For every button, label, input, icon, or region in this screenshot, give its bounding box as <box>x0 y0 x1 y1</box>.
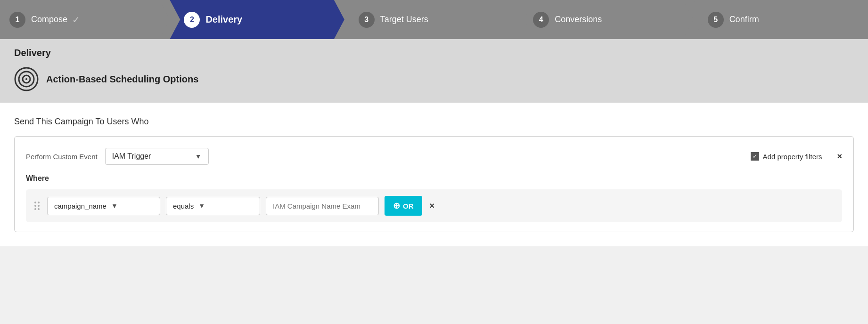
add-property-checkbox[interactable] <box>751 152 759 161</box>
where-label: Where <box>26 174 842 183</box>
add-property-label: Add property filters <box>763 153 822 161</box>
event-dropdown-arrow: ▼ <box>195 153 202 160</box>
event-dropdown-text: IAM Trigger <box>112 152 151 161</box>
drag-dot-6 <box>38 208 40 210</box>
scheduling-label: Action-Based Scheduling Options <box>46 74 198 85</box>
step-number-target: 3 <box>359 12 375 28</box>
drag-dot-3 <box>34 205 36 207</box>
step-confirm[interactable]: 5 Confirm <box>694 0 868 39</box>
step-number-conversions: 4 <box>533 12 549 28</box>
filter-operator-dropdown[interactable]: equals ▼ <box>166 197 260 215</box>
stepper: 1 Compose ✓ 2 Delivery 3 Target Users 4 … <box>0 0 868 39</box>
drag-dot-4 <box>38 205 40 207</box>
drag-dot-5 <box>34 208 36 210</box>
step-target-users[interactable]: 3 Target Users <box>344 0 519 39</box>
main-content: Send This Campaign To Users Who Perform … <box>0 103 868 246</box>
drag-dot-1 <box>34 202 36 203</box>
filter-field-text: campaign_name <box>54 202 106 210</box>
step-number-compose: 1 <box>9 12 25 28</box>
step-number-confirm: 5 <box>708 12 724 28</box>
filter-operator-text: equals <box>173 202 194 210</box>
step-check-compose: ✓ <box>72 14 80 25</box>
step-label-compose: Compose <box>31 15 67 24</box>
step-label-target: Target Users <box>380 15 428 24</box>
filter-operator-arrow: ▼ <box>198 202 205 210</box>
event-row: Perform Custom Event IAM Trigger ▼ Add p… <box>26 148 842 165</box>
step-label-confirm: Confirm <box>729 15 759 24</box>
where-section: Where <box>26 174 842 232</box>
event-card: Perform Custom Event IAM Trigger ▼ Add p… <box>14 136 854 232</box>
or-plus-icon: ⊕ <box>393 201 400 211</box>
filter-row: campaign_name ▼ equals ▼ ⊕ OR × <box>26 189 842 222</box>
event-close-button[interactable]: × <box>837 152 842 162</box>
filter-field-arrow: ▼ <box>111 202 118 210</box>
add-property-filters[interactable]: Add property filters <box>751 152 822 161</box>
delivery-title: Delivery <box>14 48 854 58</box>
campaign-heading: Send This Campaign To Users Who <box>14 117 854 127</box>
filter-field-dropdown[interactable]: campaign_name ▼ <box>47 197 160 215</box>
svg-point-3 <box>25 78 27 80</box>
delivery-header: Delivery Action-Based Scheduling Options <box>0 39 868 103</box>
drag-dot-2 <box>38 202 40 203</box>
target-icon <box>14 67 39 91</box>
step-compose[interactable]: 1 Compose ✓ <box>0 0 170 39</box>
scheduling-options: Action-Based Scheduling Options <box>14 67 854 91</box>
step-number-delivery: 2 <box>184 12 200 28</box>
perform-label: Perform Custom Event <box>26 153 98 161</box>
step-conversions[interactable]: 4 Conversions <box>519 0 693 39</box>
or-button[interactable]: ⊕ OR <box>385 196 422 216</box>
step-label-delivery: Delivery <box>205 14 242 25</box>
step-delivery[interactable]: 2 Delivery <box>170 0 344 39</box>
or-button-label: OR <box>403 202 414 210</box>
event-dropdown[interactable]: IAM Trigger ▼ <box>105 148 209 165</box>
filter-close-button[interactable]: × <box>430 201 435 211</box>
step-label-conversions: Conversions <box>555 15 602 24</box>
drag-handle[interactable] <box>33 202 41 210</box>
filter-value-input[interactable] <box>266 197 379 215</box>
